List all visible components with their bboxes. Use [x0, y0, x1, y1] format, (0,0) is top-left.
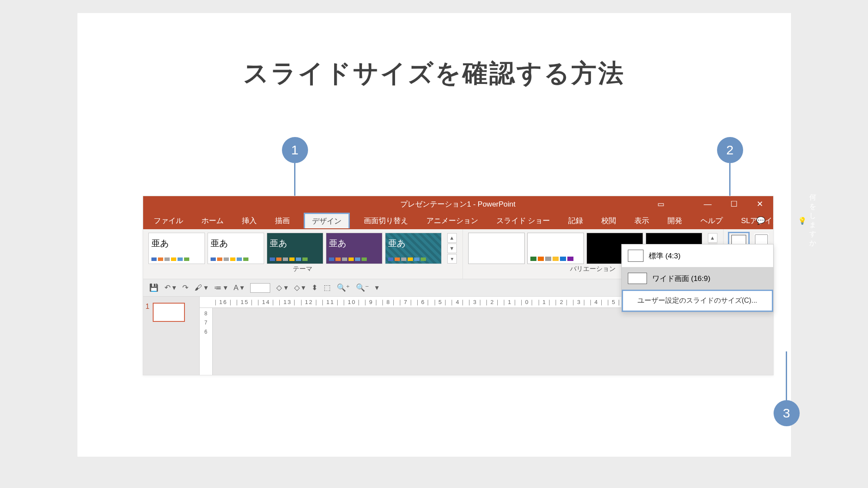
- format-painter-icon[interactable]: 🖌 ▾: [194, 283, 208, 292]
- expand-icon[interactable]: ▾: [447, 254, 457, 264]
- themes-scroll[interactable]: ▲ ▼ ▾: [447, 233, 457, 264]
- ruler-v-tick: 7: [204, 320, 208, 326]
- themes-group-label: テーマ: [148, 265, 457, 273]
- tab-draw[interactable]: 描画: [271, 213, 294, 228]
- theme-sample-text: 亜あ: [329, 237, 379, 249]
- close-button[interactable]: ✕: [747, 196, 773, 212]
- window-title: プレゼンテーション1 - PowerPoint: [400, 199, 516, 209]
- font-fill-box[interactable]: [250, 283, 270, 293]
- tab-animations[interactable]: アニメーション: [422, 213, 483, 228]
- ruler-v-tick: 8: [204, 311, 208, 317]
- theme-2[interactable]: 亜あ: [208, 233, 264, 264]
- vertical-ruler: 8 7 6: [200, 308, 213, 375]
- scroll-up-icon[interactable]: ▲: [447, 233, 457, 243]
- tab-file[interactable]: ファイル: [149, 213, 188, 228]
- ratio-4-3-icon: [628, 250, 643, 262]
- zoom-in-icon[interactable]: 🔍⁺: [337, 283, 350, 292]
- callout-3: 3: [774, 400, 800, 426]
- qat-more-icon[interactable]: ▾: [375, 283, 379, 292]
- ratio-16-9-icon: [628, 273, 647, 284]
- bullets-icon[interactable]: ≔ ▾: [214, 283, 228, 292]
- tell-me-label: 何をしますか: [809, 193, 816, 248]
- title-bar: プレゼンテーション1 - PowerPoint ▭ — ☐ ✕: [143, 196, 773, 212]
- theme-sample-text: 亜あ: [388, 237, 439, 249]
- scroll-down-icon[interactable]: ▼: [447, 244, 457, 253]
- slide-size-dropdown: 標準 (4:3) ワイド画面 (16:9) ユーザー設定のスライドのサイズ(C)…: [621, 244, 774, 312]
- comments-icon[interactable]: 💬: [756, 216, 765, 225]
- ribbon-tabs: ファイル ホーム 挿入 描画 デザイン 画面切り替え アニメーション スライド …: [143, 212, 773, 229]
- scroll-up-icon[interactable]: ▲: [708, 233, 717, 243]
- save-icon[interactable]: 💾: [149, 283, 158, 292]
- lightbulb-icon: 💡: [798, 217, 807, 225]
- tab-insert[interactable]: 挿入: [238, 213, 261, 228]
- tab-record[interactable]: 記録: [564, 213, 587, 228]
- undo-icon[interactable]: ↶ ▾: [164, 283, 177, 292]
- tab-slideshow[interactable]: スライド ショー: [492, 213, 555, 228]
- shape-outline-icon[interactable]: ◇ ▾: [294, 283, 306, 292]
- tab-view[interactable]: 表示: [630, 213, 654, 228]
- callout-3-line: [786, 351, 787, 401]
- option-standard-4-3[interactable]: 標準 (4:3): [622, 244, 773, 267]
- font-color-icon[interactable]: A ▾: [234, 283, 244, 292]
- slide-thumbnail-panel: 1: [143, 297, 200, 375]
- option-wide-label: ワイド画面 (16:9): [652, 274, 710, 284]
- themes-group: 亜あ 亜あ 亜あ 亜あ: [143, 229, 463, 279]
- slide-canvas[interactable]: [213, 308, 773, 375]
- slide-thumbnail-1[interactable]: 1: [146, 303, 197, 322]
- option-custom-slide-size[interactable]: ユーザー設定のスライドのサイズ(C)...: [622, 290, 773, 312]
- variant-1[interactable]: [468, 233, 525, 264]
- tab-design[interactable]: デザイン: [304, 213, 350, 228]
- tab-help[interactable]: ヘルプ: [696, 213, 727, 228]
- theme-office[interactable]: 亜あ: [148, 233, 205, 264]
- zoom-out-icon[interactable]: 🔍⁻: [356, 283, 369, 292]
- theme-sample-text: 亜あ: [211, 237, 261, 249]
- option-widescreen-16-9[interactable]: ワイド画面 (16:9): [622, 267, 773, 290]
- tab-home[interactable]: ホーム: [197, 213, 228, 228]
- minimize-button[interactable]: —: [695, 196, 721, 212]
- crop-icon[interactable]: ⬚: [324, 283, 331, 292]
- ruler-v-tick: 6: [204, 329, 208, 335]
- theme-4[interactable]: 亜あ: [326, 233, 382, 264]
- theme-sample-text: 亜あ: [270, 237, 320, 249]
- tab-transitions[interactable]: 画面切り替え: [359, 213, 412, 228]
- tell-me-search[interactable]: 💡 何をしますか: [798, 193, 816, 248]
- slide-number: 1: [146, 303, 150, 311]
- maximize-button[interactable]: ☐: [721, 196, 747, 212]
- slide-mini-preview: [153, 303, 185, 322]
- shape-fill-icon[interactable]: ◇ ▾: [276, 283, 288, 292]
- theme-5[interactable]: 亜あ: [385, 233, 442, 264]
- option-standard-label: 標準 (4:3): [649, 251, 681, 261]
- ribbon-display-options-icon[interactable]: ▭: [657, 200, 664, 209]
- theme-sample-text: 亜あ: [151, 237, 202, 249]
- variant-2[interactable]: [527, 233, 584, 264]
- align-icon[interactable]: ⬍: [312, 283, 318, 292]
- theme-3[interactable]: 亜あ: [267, 233, 323, 264]
- redo-icon[interactable]: ↷: [182, 283, 188, 292]
- tab-review[interactable]: 校閲: [597, 213, 620, 228]
- callout-1: 1: [282, 137, 308, 163]
- callout-2: 2: [717, 137, 743, 163]
- tab-developer[interactable]: 開発: [663, 213, 687, 228]
- page-title: スライドサイズを確認する方法: [77, 57, 791, 90]
